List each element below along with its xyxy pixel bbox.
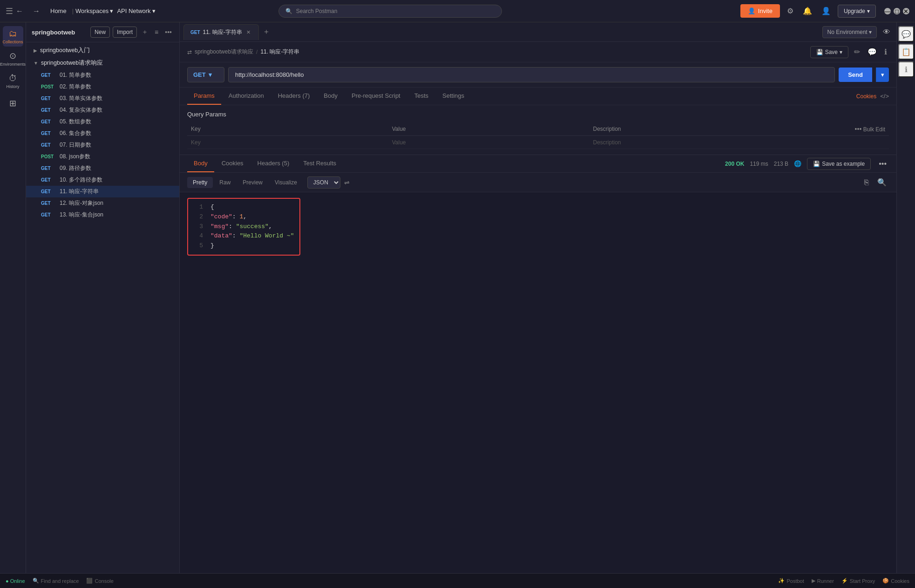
breadcrumb-collection[interactable]: springbootweb请求响应 [195,48,253,56]
tab-body[interactable]: Body [317,88,344,105]
comment-sidebar-btn[interactable]: 💬 [898,26,914,42]
sidebar-item-mock[interactable]: ⊞ [3,93,23,114]
tab-params[interactable]: Params [187,88,221,105]
list-item[interactable]: GET 10. 多个路径参数 [26,174,179,186]
sidebar-item-environments[interactable]: ⊙ Environments [3,48,23,69]
fmt-tab-preview[interactable]: Preview [237,177,268,188]
cookies-btn[interactable]: 🍪 Cookies [882,578,909,584]
sidebar-item-history[interactable]: ⏱ History [3,71,23,91]
wrap-text-icon[interactable]: ⇌ [341,177,352,188]
cookies-link[interactable]: Cookies [856,93,876,100]
resp-tab-headers[interactable]: Headers (5) [251,155,296,172]
tab-close-btn[interactable]: ✕ [245,29,252,36]
list-item[interactable]: GET 04. 复杂实体参数 [26,104,179,116]
save-button[interactable]: 💾 Save ▾ [810,46,848,58]
value-input[interactable] [392,139,586,146]
tab-pre-request[interactable]: Pre-request Script [345,88,407,105]
fmt-tab-raw[interactable]: Raw [214,177,236,188]
add-collection-icon[interactable]: ＋ [140,26,150,38]
find-replace-btn[interactable]: 🔍 Find and replace [33,578,79,584]
format-tabs-bar: Pretty Raw Preview Visualize JSON ⇌ ⎘ 🔍 [180,173,896,192]
list-item[interactable]: GET 06. 集合参数 [26,128,179,139]
resp-tab-test-results[interactable]: Test Results [297,155,343,172]
upgrade-button[interactable]: Upgrade ▾ [838,5,876,18]
collection-item-intro[interactable]: ▶ springbootweb入门 [26,44,179,57]
sidebar-icons: 🗂 Collections ⊙ Environments ⏱ History ⊞ [0,22,26,573]
list-item[interactable]: POST 02. 简单参数 [26,81,179,93]
close-btn[interactable]: ✕ [903,8,909,14]
collections-panel: springbootweb New Import ＋ ≡ ••• ▶ sprin… [26,22,180,573]
collection-item-requests[interactable]: ▼ springbootweb请求响应 [26,57,179,69]
filter-icon[interactable]: ≡ [153,27,160,38]
new-button[interactable]: New [90,27,110,38]
sidebar-item-collections[interactable]: 🗂 Collections [3,26,23,47]
start-proxy-btn[interactable]: ⚡ Start Proxy [841,578,875,584]
forward-btn[interactable]: → [30,5,43,17]
method-badge: GET [41,189,56,194]
save-example-button[interactable]: 💾 Save as example [807,158,871,170]
invite-button[interactable]: 👤 Invite [740,4,780,18]
search-bar[interactable]: 🔍 Search Postman [278,5,502,18]
api-network-menu[interactable]: API Network ▾ [117,7,155,14]
list-item[interactable]: GET 13. 响应-集合json [26,209,179,221]
back-btn[interactable]: ← [13,5,26,17]
copy-response-btn[interactable]: ⎘ [862,176,871,189]
env-settings-icon[interactable]: 👁 [881,26,893,39]
tabs-bar: GET 11. 响应-字符串 ✕ ＋ No Environment ▾ 👁 [180,22,896,42]
info-sidebar-btn[interactable]: ℹ [898,61,914,77]
format-select[interactable]: JSON [307,176,340,189]
list-item[interactable]: GET 07. 日期参数 [26,139,179,151]
tab-headers[interactable]: Headers (7) [271,88,317,105]
maximize-btn[interactable]: □ [894,8,900,14]
statusbar: ● Online 🔍 Find and replace ⬛ Console ✨ … [0,573,915,588]
tab-authorization[interactable]: Authorization [222,88,271,105]
import-button[interactable]: Import [113,27,137,38]
list-item[interactable]: GET 09. 路径参数 [26,162,179,174]
list-item[interactable]: GET 05. 数组参数 [26,116,179,128]
tab-tests[interactable]: Tests [408,88,435,105]
new-tab-button[interactable]: ＋ [259,25,274,39]
list-item[interactable]: GET 12. 响应-对象json [26,197,179,209]
bulk-edit-btn[interactable]: Bulk Edit [863,126,885,133]
online-status[interactable]: ● Online [6,578,25,584]
settings-icon[interactable]: ⚙ [785,4,796,18]
more-options-icon[interactable]: ••• [163,27,174,38]
url-input[interactable] [228,67,835,82]
fmt-tab-pretty[interactable]: Pretty [187,177,213,188]
list-item[interactable]: POST 08. json参数 [26,151,179,162]
method-select[interactable]: GET ▾ [187,67,224,82]
console-btn[interactable]: ⬛ Console [86,578,113,584]
clipboard-sidebar-btn[interactable]: 📋 [898,44,914,60]
tab-settings[interactable]: Settings [436,88,471,105]
hamburger-menu[interactable]: ☰ [6,6,13,16]
more-options-icon[interactable]: ℹ [882,46,889,58]
send-dropdown-btn[interactable]: ▾ [876,68,889,82]
edit-icon[interactable]: ✏ [852,46,862,58]
request-tab[interactable]: GET 11. 响应-字符串 ✕ [183,24,259,40]
caret-icon: ▶ [34,48,37,53]
code-snippet-btn[interactable]: </> [880,93,889,100]
comment-icon[interactable]: 💬 [866,46,879,58]
notifications-icon[interactable]: 🔔 [800,4,814,18]
more-response-options[interactable]: ••• [876,157,889,170]
invite-icon: 👤 [748,7,755,14]
list-item[interactable]: GET 03. 简单实体参数 [26,93,179,104]
environment-select[interactable]: No Environment ▾ [822,26,877,38]
search-response-btn[interactable]: 🔍 [875,176,889,189]
avatar-icon[interactable]: 👤 [819,4,833,18]
fmt-tab-visualize[interactable]: Visualize [269,177,303,188]
send-button[interactable]: Send [839,68,872,82]
description-input[interactable] [593,139,786,146]
status-badge: 200 OK [725,161,744,167]
home-link[interactable]: Home [50,7,67,14]
minimize-btn[interactable]: — [884,8,891,14]
key-input[interactable] [191,139,385,146]
resp-tab-body[interactable]: Body [187,155,214,172]
resp-tab-cookies[interactable]: Cookies [215,155,250,172]
runner-btn[interactable]: ▶ Runner [812,578,834,584]
globe-icon: 🌐 [794,160,801,167]
workspaces-menu[interactable]: Workspaces ▾ [75,7,113,14]
list-item[interactable]: GET 01. 简单参数 [26,69,179,81]
list-item[interactable]: GET 11. 响应-字符串 [26,186,179,197]
postbot-btn[interactable]: ✨ Postbot [778,578,804,584]
